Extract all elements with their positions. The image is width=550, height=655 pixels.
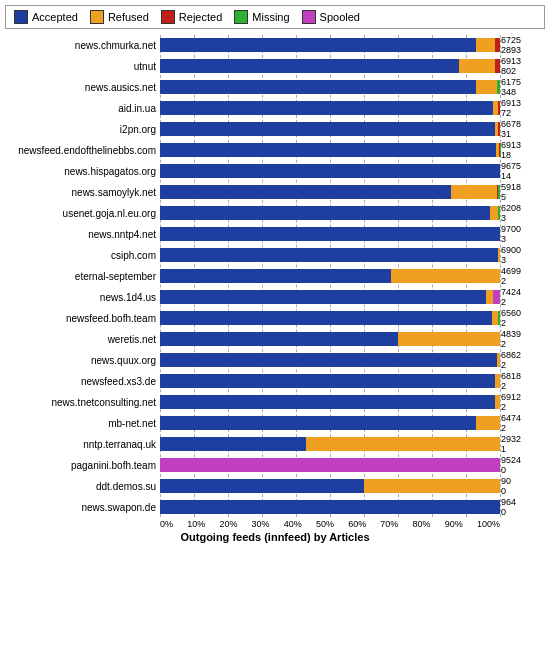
bar-refused [495, 374, 500, 388]
row-label: paganini.bofh.team [5, 460, 160, 471]
value-accepted: 6900 [501, 245, 521, 255]
bar-accepted [160, 353, 497, 367]
value-refused: 0 [501, 465, 521, 475]
bar-track: 6175348 [160, 80, 545, 94]
inline-bars [160, 227, 500, 241]
bar-track: 65602 [160, 311, 545, 325]
bar-values: 48392 [501, 329, 521, 350]
legend-label: Missing [252, 11, 289, 23]
bar-values: 64742 [501, 413, 521, 434]
bar-refused [476, 38, 495, 52]
table-row: utnut6913802 [5, 56, 545, 76]
value-accepted: 2932 [501, 434, 521, 444]
table-row: news.samoylyk.net59185 [5, 182, 545, 202]
table-row: i2pn.org667831 [5, 119, 545, 139]
row-label: ddt.demos.su [5, 481, 160, 492]
bar-track: 68622 [160, 353, 545, 367]
value-accepted: 6725 [501, 35, 521, 45]
bar-values: 691372 [501, 98, 521, 119]
bar-accepted [160, 248, 498, 262]
value-refused: 348 [501, 87, 521, 97]
bar-track: 74242 [160, 290, 545, 304]
table-row: weretis.net48392 [5, 329, 545, 349]
bar-rejected [498, 122, 500, 136]
bar-refused [364, 479, 500, 493]
value-accepted: 4839 [501, 329, 521, 339]
row-label: news.chmurka.net [5, 40, 160, 51]
bar-rejected [498, 101, 500, 115]
row-label: nntp.terranaq.uk [5, 439, 160, 450]
row-label: newsfeed.bofh.team [5, 313, 160, 324]
inline-bars [160, 38, 500, 52]
table-row: usenet.goja.nl.eu.org62083 [5, 203, 545, 223]
legend-color [302, 10, 316, 24]
value-refused: 14 [501, 171, 521, 181]
bar-values: 67252893 [501, 35, 521, 56]
value-accepted: 6175 [501, 77, 521, 87]
bar-track: 68182 [160, 374, 545, 388]
legend-item-accepted: Accepted [14, 10, 78, 24]
row-label: news.tnetconsulting.net [5, 397, 160, 408]
bar-accepted [160, 164, 500, 178]
bar-values: 29321 [501, 434, 521, 455]
value-accepted: 6912 [501, 392, 521, 402]
table-row: news.tnetconsulting.net69122 [5, 392, 545, 412]
bar-accepted [160, 290, 486, 304]
table-row: news.hispagatos.org967514 [5, 161, 545, 181]
value-refused: 2 [501, 360, 521, 370]
bar-track: 667831 [160, 122, 545, 136]
value-accepted: 6818 [501, 371, 521, 381]
value-refused: 2 [501, 402, 521, 412]
bar-accepted [160, 269, 391, 283]
inline-bars [160, 143, 500, 157]
table-row: mb-net.net64742 [5, 413, 545, 433]
bar-spooled [160, 458, 500, 472]
inline-bars [160, 164, 500, 178]
bar-refused [490, 206, 499, 220]
table-row: news.chmurka.net67252893 [5, 35, 545, 55]
bar-refused [486, 290, 493, 304]
bar-track: 97003 [160, 227, 545, 241]
row-label: news.ausics.net [5, 82, 160, 93]
inline-bars [160, 269, 500, 283]
bar-track: 9640 [160, 500, 545, 514]
row-label: aid.in.ua [5, 103, 160, 114]
bar-accepted [160, 374, 495, 388]
bar-accepted [160, 332, 398, 346]
table-row: news.ausics.net6175348 [5, 77, 545, 97]
bar-refused [459, 59, 495, 73]
value-refused: 5 [501, 192, 521, 202]
bar-track: 691318 [160, 143, 545, 157]
x-axis-label: 10% [187, 519, 205, 529]
axis-title: Outgoing feeds (innfeed) by Articles [5, 531, 545, 543]
row-label: utnut [5, 61, 160, 72]
bar-refused [476, 416, 500, 430]
bar-values: 59185 [501, 182, 521, 203]
bar-refused [398, 332, 500, 346]
x-axis-label: 80% [413, 519, 431, 529]
table-row: nntp.terranaq.uk29321 [5, 434, 545, 454]
bar-accepted [160, 500, 500, 514]
bar-values: 62083 [501, 203, 521, 224]
value-accepted: 4699 [501, 266, 521, 276]
value-refused: 2893 [501, 45, 521, 55]
value-accepted: 6862 [501, 350, 521, 360]
inline-bars [160, 374, 500, 388]
value-refused: 2 [501, 276, 521, 286]
table-row: news.nntp4.net97003 [5, 224, 545, 244]
x-axis-label: 100% [477, 519, 500, 529]
bar-values: 900 [501, 476, 511, 497]
inline-bars [160, 395, 500, 409]
inline-bars [160, 80, 500, 94]
legend: Accepted Refused Rejected Missing Spoole… [5, 5, 545, 29]
value-accepted: 90 [501, 476, 511, 486]
table-row: newsfeed.bofh.team65602 [5, 308, 545, 328]
x-axis-label: 30% [252, 519, 270, 529]
x-axis-label: 0% [160, 519, 173, 529]
bar-track: 69122 [160, 395, 545, 409]
table-row: newsfeed.endofthelinebbs.com691318 [5, 140, 545, 160]
value-refused: 2 [501, 318, 521, 328]
inline-bars [160, 248, 500, 262]
value-accepted: 5918 [501, 182, 521, 192]
bar-spooled [493, 290, 500, 304]
